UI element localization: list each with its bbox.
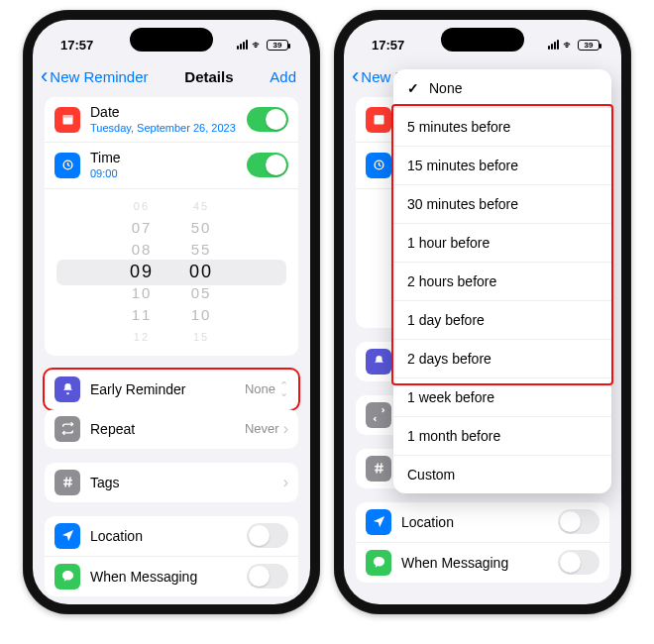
location-row[interactable]: Location [356, 502, 609, 543]
menu-item-custom[interactable]: Custom [393, 456, 611, 493]
messaging-row[interactable]: When Messaging [356, 543, 609, 583]
status-time: 17:57 [372, 38, 404, 53]
messaging-label: When Messaging [401, 555, 508, 571]
updown-icon: ⌃⌄ [279, 382, 288, 395]
calendar-icon [54, 107, 80, 133]
message-icon [54, 564, 80, 590]
chevron-right-icon: › [283, 474, 288, 491]
messaging-label: When Messaging [90, 569, 197, 585]
wifi-icon: ᯤ [563, 39, 574, 51]
date-toggle[interactable] [247, 107, 288, 132]
message-icon [366, 550, 391, 576]
svg-rect-3 [374, 115, 383, 124]
menu-item[interactable]: 1 month before [393, 417, 611, 456]
hour-wheel[interactable]: 06 07 08 09 10 11 12 [130, 195, 154, 348]
time-label: Time [90, 150, 121, 167]
location-label: Location [401, 514, 454, 530]
repeat-row[interactable]: Repeat Never › [45, 409, 298, 449]
menu-item[interactable]: 1 hour before [393, 224, 611, 263]
repeat-label: Repeat [90, 421, 135, 437]
menu-item-none[interactable]: ✓ None [393, 69, 611, 108]
menu-item[interactable]: 1 week before [393, 378, 611, 417]
location-icon [366, 509, 391, 535]
dynamic-island [441, 28, 524, 52]
location-messaging-card: Location When Messaging [356, 502, 609, 583]
battery-icon: 39 [578, 40, 600, 51]
date-label: Date [90, 104, 236, 122]
calendar-icon [366, 107, 391, 133]
menu-item[interactable]: 2 days before [393, 340, 611, 378]
repeat-card: Repeat Never › [45, 409, 298, 449]
messaging-toggle[interactable] [247, 564, 288, 589]
early-reminder-card: Early Reminder None ⌃⌄ [43, 368, 300, 411]
messaging-toggle[interactable] [558, 550, 600, 575]
phone-left: 17:57 ᯤ 39 ‹ New Reminder Details Add [23, 10, 320, 614]
phone-right: 17:57 ᯤ 39 ‹ New Reminder ✓ N [334, 10, 631, 614]
time-picker[interactable]: 06 07 08 09 10 11 12 45 50 [45, 189, 298, 356]
tags-card: Tags › [45, 463, 298, 502]
location-toggle[interactable] [558, 509, 600, 534]
location-messaging-card: Location When Messaging [45, 516, 298, 596]
location-toggle[interactable] [247, 523, 288, 548]
dynamic-island [130, 28, 213, 52]
menu-item[interactable]: 1 day before [393, 301, 611, 340]
repeat-icon [54, 416, 80, 442]
menu-item[interactable]: 15 minutes before [393, 147, 611, 185]
time-toggle[interactable] [247, 153, 288, 177]
location-row[interactable]: Location [45, 516, 298, 557]
time-row[interactable]: Time 09:00 [45, 143, 298, 188]
date-value: Tuesday, September 26, 2023 [90, 122, 236, 136]
datetime-card: Date Tuesday, September 26, 2023 Time 09… [45, 97, 298, 356]
svg-rect-1 [62, 115, 72, 118]
back-label: New Reminder [50, 68, 148, 85]
menu-item[interactable]: 2 hours before [393, 263, 611, 301]
chevron-left-icon: ‹ [352, 65, 361, 87]
time-value: 09:00 [90, 167, 121, 181]
early-reminder-row[interactable]: Early Reminder None ⌃⌄ [45, 370, 298, 409]
add-button[interactable]: Add [270, 68, 296, 85]
early-reminder-menu: ✓ None 5 minutes before 15 minutes befor… [393, 69, 611, 493]
tags-row[interactable]: Tags › [45, 463, 298, 502]
battery-icon: 39 [267, 40, 288, 51]
nav-title: Details [184, 68, 233, 85]
clock-icon [366, 153, 391, 178]
location-icon [54, 523, 80, 549]
early-reminder-value: None [245, 381, 275, 396]
wifi-icon: ᯤ [252, 39, 263, 51]
menu-item[interactable]: 30 minutes before [393, 185, 611, 224]
tags-label: Tags [90, 475, 120, 490]
messaging-row[interactable]: When Messaging [45, 557, 298, 596]
bell-icon [366, 349, 391, 375]
messaging-footnote: Selecting this option will show the remi… [356, 596, 609, 599]
location-label: Location [90, 528, 143, 544]
bell-icon [54, 376, 80, 402]
checkmark-icon: ✓ [407, 80, 423, 96]
hash-icon [366, 456, 391, 482]
menu-item[interactable]: 5 minutes before [393, 108, 611, 147]
repeat-value: Never [245, 421, 279, 436]
chevron-right-icon: › [283, 420, 288, 438]
clock-icon [54, 153, 80, 178]
signal-icon [237, 40, 248, 50]
date-row[interactable]: Date Tuesday, September 26, 2023 [45, 97, 298, 143]
nav-bar: ‹ New Reminder Details Add [33, 59, 310, 97]
hash-icon [54, 470, 80, 495]
repeat-icon [366, 402, 391, 428]
status-time: 17:57 [60, 38, 93, 53]
early-reminder-label: Early Reminder [90, 381, 185, 397]
chevron-left-icon: ‹ [41, 65, 50, 87]
minute-wheel[interactable]: 45 50 55 00 05 10 15 [189, 195, 213, 348]
signal-icon [548, 40, 559, 50]
back-button[interactable]: ‹ New Reminder [41, 65, 149, 87]
